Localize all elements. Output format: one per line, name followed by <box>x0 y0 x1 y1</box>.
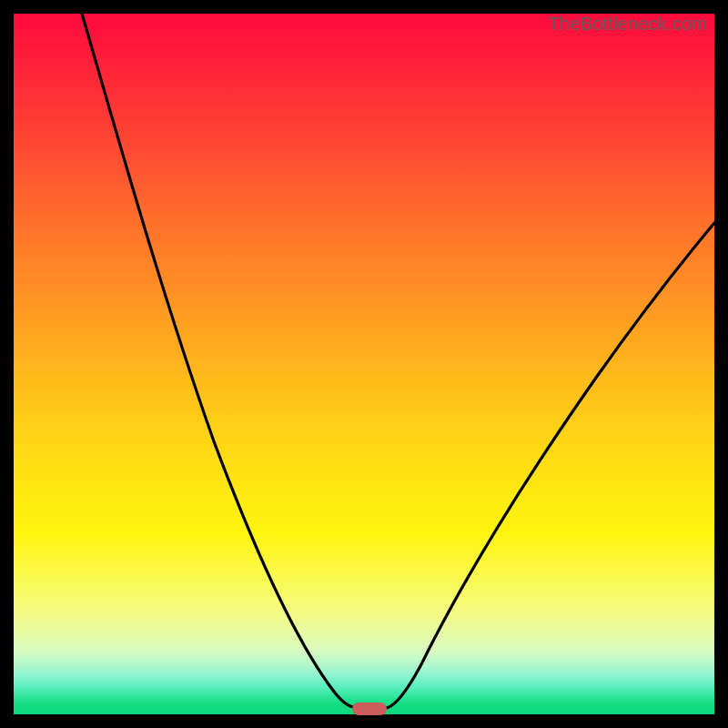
optimal-marker <box>352 703 387 715</box>
bottleneck-curve <box>14 14 714 714</box>
curve-path <box>82 14 714 708</box>
chart-frame: TheBottleneck.com <box>0 0 728 728</box>
gradient-plot-area: TheBottleneck.com <box>14 14 714 714</box>
watermark-text: TheBottleneck.com <box>548 14 707 35</box>
